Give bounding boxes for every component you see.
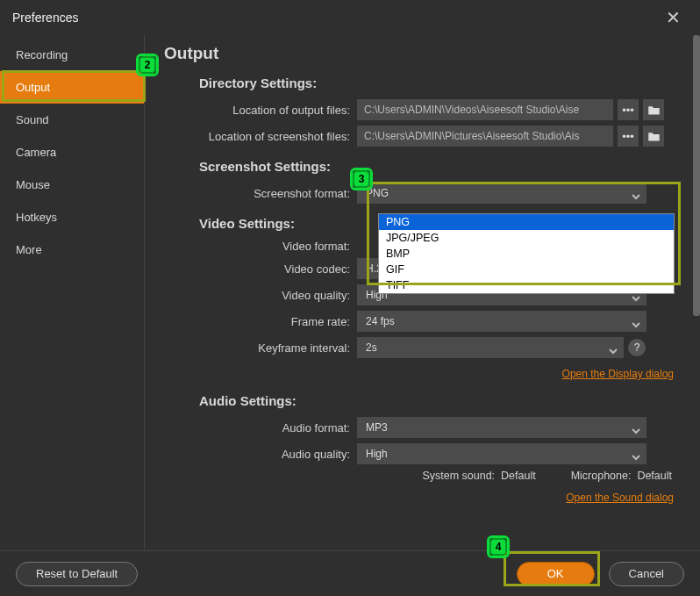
chevron-down-icon xyxy=(631,316,641,337)
footer: Reset to Default OK Cancel xyxy=(0,550,700,596)
option-gif[interactable]: GIF xyxy=(379,262,674,277)
system-sound-status: System sound: Default xyxy=(422,470,535,482)
option-tiff[interactable]: TIFF xyxy=(379,277,674,293)
audio-format-label: Audio format: xyxy=(164,421,357,434)
open-sound-dialog-link[interactable]: Open the Sound dialog xyxy=(566,492,674,504)
screenshot-format-options: PNG JPG/JPEG BMP GIF TIFF xyxy=(378,213,675,294)
window-title: Preferences xyxy=(12,11,78,25)
sidebar-item-mouse[interactable]: Mouse xyxy=(0,169,144,201)
frame-rate-value: 24 fps xyxy=(366,315,395,327)
keyframe-value: 2s xyxy=(366,341,377,354)
keyframe-select[interactable]: 2s xyxy=(357,337,624,358)
output-path-more-button[interactable]: ••• xyxy=(618,99,639,120)
section-screenshot: Screenshot Settings: xyxy=(199,159,691,174)
output-path-field[interactable]: C:\Users\ADMIN\Videos\Aiseesoft Studio\A… xyxy=(357,99,613,120)
option-png[interactable]: PNG xyxy=(379,214,674,230)
scrollbar[interactable] xyxy=(693,35,700,316)
sidebar-item-recording[interactable]: Recording xyxy=(0,39,144,71)
cancel-button[interactable]: Cancel xyxy=(609,562,684,586)
video-codec-label: Video codec: xyxy=(164,262,357,276)
option-bmp[interactable]: BMP xyxy=(379,246,674,262)
folder-icon[interactable] xyxy=(643,126,664,147)
section-directory: Directory Settings: xyxy=(199,75,691,90)
help-icon[interactable]: ? xyxy=(628,339,646,356)
open-display-dialog-link[interactable]: Open the Display dialog xyxy=(562,368,674,380)
audio-format-select[interactable]: MP3 xyxy=(357,417,646,438)
ok-button[interactable]: OK xyxy=(517,562,595,586)
audio-format-value: MP3 xyxy=(366,421,388,434)
close-icon[interactable]: ✕ xyxy=(659,4,688,32)
reset-button[interactable]: Reset to Default xyxy=(16,562,138,586)
chevron-down-icon xyxy=(631,422,641,443)
titlebar: Preferences ✕ xyxy=(0,0,700,35)
keyframe-label: Keyframe interval: xyxy=(164,341,357,355)
screenshot-format-label: Screenshot format: xyxy=(164,187,357,200)
output-path-label: Location of output files: xyxy=(164,104,357,117)
audio-quality-label: Audio quality: xyxy=(164,448,357,461)
sidebar-item-output[interactable]: Output xyxy=(0,71,144,104)
chevron-down-icon xyxy=(608,342,618,363)
sidebar: Recording Output Sound Camera Mouse Hotk… xyxy=(0,35,145,562)
frame-rate-select[interactable]: 24 fps xyxy=(357,311,646,332)
screenshot-path-field[interactable]: C:\Users\ADMIN\Pictures\Aiseesoft Studio… xyxy=(357,126,613,147)
audio-quality-select[interactable]: High xyxy=(357,443,646,464)
video-quality-label: Video quality: xyxy=(164,289,357,302)
sidebar-item-camera[interactable]: Camera xyxy=(0,136,144,169)
page-title: Output xyxy=(164,44,691,63)
frame-rate-label: Frame rate: xyxy=(164,315,357,328)
sidebar-item-hotkeys[interactable]: Hotkeys xyxy=(0,201,144,233)
screenshot-path-label: Location of screenshot files: xyxy=(164,130,357,143)
screenshot-format-select[interactable]: PNG xyxy=(357,183,646,204)
option-jpg[interactable]: JPG/JPEG xyxy=(379,230,674,246)
screenshot-path-more-button[interactable]: ••• xyxy=(618,126,639,147)
section-audio: Audio Settings: xyxy=(199,393,691,408)
folder-icon[interactable] xyxy=(643,99,664,120)
chevron-down-icon xyxy=(631,449,641,470)
sidebar-item-more[interactable]: More xyxy=(0,233,144,266)
microphone-status: Microphone: Default xyxy=(571,470,672,482)
screenshot-format-value: PNG xyxy=(366,187,389,199)
sidebar-item-sound[interactable]: Sound xyxy=(0,104,144,136)
main-panel: Output Directory Settings: Location of o… xyxy=(145,35,700,562)
audio-quality-value: High xyxy=(366,448,388,460)
video-format-label: Video format: xyxy=(164,240,357,253)
chevron-down-icon xyxy=(631,188,641,209)
